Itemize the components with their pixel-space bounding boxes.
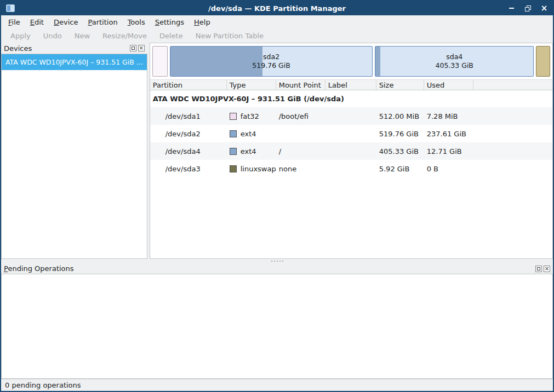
- main-area: Devices × ATA WDC WD10JPVX-60J – 931.51 …: [1, 43, 553, 259]
- filesystem-type: ext4: [241, 147, 256, 155]
- title-bar[interactable]: /dev/sda — KDE Partition Manager ×: [1, 1, 553, 15]
- partition-cell: /dev/sda1: [150, 112, 227, 120]
- partition-segment-sda4[interactable]: sda4 405.33 GiB: [375, 46, 534, 77]
- partition-bar: sda2 519.76 GiB sda4 405.33 GiB: [150, 43, 552, 79]
- type-cell: linuxswap: [227, 165, 276, 173]
- status-text: 0 pending operations: [5, 381, 81, 389]
- close-icon[interactable]: ×: [544, 266, 550, 272]
- size-cell: 519.76 GiB: [376, 130, 424, 138]
- pending-panel-buttons: ×: [535, 266, 550, 272]
- filesystem-color-swatch: [230, 165, 237, 172]
- close-icon[interactable]: ×: [540, 4, 548, 12]
- partition-cell: /dev/sda2: [150, 130, 227, 138]
- menu-tools[interactable]: Tools: [123, 16, 150, 28]
- app-icon: [6, 4, 15, 12]
- menu-file[interactable]: File: [3, 16, 25, 28]
- new-button[interactable]: New: [70, 30, 95, 42]
- segment-size: 519.76 GiB: [252, 61, 290, 70]
- partition-cell: /dev/sda3: [150, 165, 227, 173]
- segment-name: sda4: [446, 53, 462, 61]
- size-cell: 512.00 MiB: [376, 112, 424, 120]
- menu-partition[interactable]: Partition: [83, 16, 122, 28]
- resize-move-button[interactable]: Resize/Move: [98, 30, 152, 42]
- float-icon[interactable]: [130, 45, 136, 51]
- partition-cell: /dev/sda4: [150, 147, 227, 155]
- apply-button[interactable]: Apply: [5, 30, 36, 42]
- devices-panel-header: Devices ×: [1, 43, 147, 54]
- menu-help[interactable]: Help: [189, 16, 215, 28]
- device-list: ATA WDC WD10JPVX-60J – 931.51 GiB ...: [1, 54, 147, 259]
- devices-panel: Devices × ATA WDC WD10JPVX-60J – 931.51 …: [1, 43, 147, 259]
- filesystem-color-swatch: [230, 113, 237, 120]
- table-row[interactable]: /dev/sda3 linuxswap none 5.92 GiB 0 B: [150, 160, 552, 177]
- partition-segment-sda2[interactable]: sda2 519.76 GiB: [170, 46, 373, 77]
- menu-bar: File Edit Device Partition Tools Setting…: [1, 15, 553, 28]
- filesystem-color-swatch: [230, 148, 237, 155]
- table-header: Partition Type Mount Point Label Size Us…: [150, 79, 552, 90]
- segment-size: 405.33 GiB: [435, 61, 473, 70]
- splitter-handle[interactable]: [1, 259, 553, 263]
- mount-point-cell: /: [276, 147, 325, 155]
- type-cell: fat32: [227, 112, 276, 120]
- column-header-label[interactable]: Label: [325, 80, 376, 90]
- devices-panel-title: Devices: [4, 44, 32, 53]
- delete-button[interactable]: Delete: [155, 30, 188, 42]
- mount-point-cell: /boot/efi: [276, 112, 325, 120]
- column-header-filler: [473, 80, 552, 90]
- column-header-mount-point[interactable]: Mount Point: [276, 80, 325, 90]
- minimize-icon[interactable]: [507, 4, 515, 12]
- filesystem-type: linuxswap: [241, 165, 276, 173]
- type-cell: ext4: [227, 130, 276, 138]
- used-cell: 237.61 GiB: [424, 130, 473, 138]
- devices-panel-buttons: ×: [130, 45, 145, 51]
- table-row[interactable]: /dev/sda1 fat32 /boot/efi 512.00 MiB 7.2…: [150, 107, 552, 125]
- restore-icon[interactable]: [524, 4, 532, 12]
- column-header-size[interactable]: Size: [376, 80, 424, 90]
- window-controls: ×: [507, 4, 548, 12]
- undo-button[interactable]: Undo: [38, 30, 67, 42]
- size-cell: 5.92 GiB: [376, 165, 424, 173]
- pending-operations-header: Pending Operations ×: [1, 263, 553, 274]
- partition-view: sda2 519.76 GiB sda4 405.33 GiB Partitio…: [150, 43, 553, 259]
- column-header-type[interactable]: Type: [227, 80, 276, 90]
- partition-segment-sda3[interactable]: [536, 46, 550, 77]
- size-cell: 405.33 GiB: [376, 147, 424, 155]
- partition-segment-sda1[interactable]: [152, 46, 168, 77]
- mount-point-cell: none: [276, 165, 325, 173]
- column-header-partition[interactable]: Partition: [150, 80, 227, 90]
- table-row[interactable]: /dev/sda2 ext4 519.76 GiB 237.61 GiB: [150, 125, 552, 142]
- filesystem-color-swatch: [230, 130, 237, 137]
- new-partition-table-button[interactable]: New Partition Table: [191, 30, 269, 42]
- table-empty-area: [150, 177, 552, 258]
- pending-operations-panel: Pending Operations ×: [1, 263, 553, 379]
- menu-edit[interactable]: Edit: [25, 16, 49, 28]
- filesystem-type: fat32: [241, 112, 259, 120]
- used-space-fill: [375, 47, 380, 76]
- close-icon[interactable]: ×: [138, 45, 145, 51]
- app-window: /dev/sda — KDE Partition Manager × File …: [0, 0, 554, 392]
- float-icon[interactable]: [535, 266, 542, 272]
- segment-name: sda2: [263, 53, 279, 61]
- device-group-row[interactable]: ATA WDC WD10JPVX-60J – 931.51 GiB (/dev/…: [150, 90, 552, 107]
- device-list-item[interactable]: ATA WDC WD10JPVX-60J – 931.51 GiB ...: [2, 54, 147, 70]
- used-cell: 7.28 MiB: [424, 112, 473, 120]
- pending-operations-list: [1, 274, 553, 379]
- menu-settings[interactable]: Settings: [150, 16, 189, 28]
- table-row[interactable]: /dev/sda4 ext4 / 405.33 GiB 12.71 GiB: [150, 142, 552, 160]
- status-bar: 0 pending operations: [1, 379, 553, 391]
- filesystem-type: ext4: [241, 130, 256, 138]
- type-cell: ext4: [227, 147, 276, 155]
- used-cell: 12.71 GiB: [424, 147, 473, 155]
- tool-bar: Apply Undo New Resize/Move Delete New Pa…: [1, 28, 553, 43]
- used-space-fill: [170, 47, 263, 76]
- window-title: /dev/sda — KDE Partition Manager: [1, 4, 553, 13]
- column-header-used[interactable]: Used: [424, 80, 473, 90]
- menu-device[interactable]: Device: [49, 16, 83, 28]
- pending-operations-title: Pending Operations: [4, 264, 74, 273]
- used-cell: 0 B: [424, 165, 473, 173]
